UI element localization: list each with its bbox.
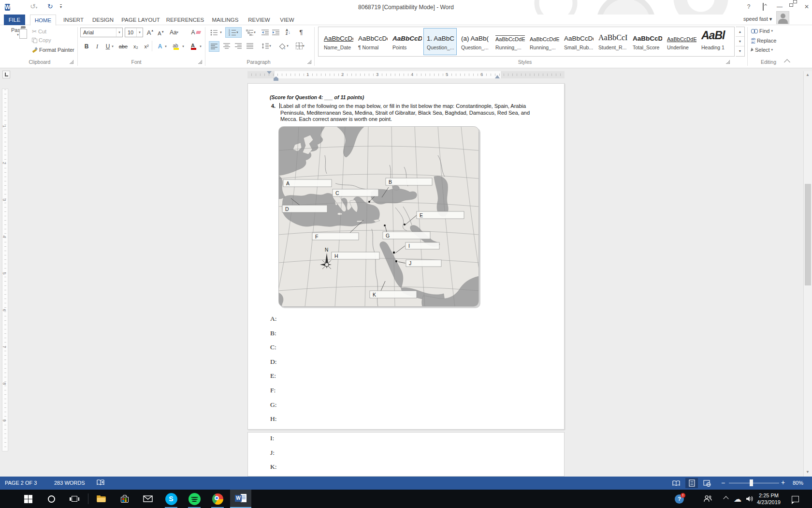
clear-formatting-button[interactable]: A — [189, 28, 202, 37]
zoom-in-button[interactable]: + — [781, 478, 785, 486]
style-item[interactable]: AaBbCcDdSmall_Rub... — [561, 28, 594, 55]
style-item[interactable]: AaBbCcDdPoints — [389, 28, 422, 55]
numbering-button[interactable]: 123 ▾ — [225, 27, 242, 38]
find-button[interactable]: Find▾ — [751, 28, 773, 34]
superscript-button[interactable]: x² — [141, 42, 152, 51]
tab-insert[interactable]: INSERT — [60, 15, 87, 25]
justify-button[interactable] — [245, 41, 255, 51]
style-item[interactable]: (a) AaBb(Question_... — [458, 28, 491, 55]
bold-button[interactable]: B — [81, 42, 92, 51]
tab-view[interactable]: VIEW — [276, 15, 299, 25]
first-line-indent-marker[interactable] — [267, 71, 272, 74]
scrollbar-thumb[interactable] — [805, 184, 811, 285]
font-family-combobox[interactable]: Arial▾ — [80, 28, 123, 37]
tray-help-alert[interactable]: ?! — [675, 490, 684, 508]
page-3[interactable]: I: J: K: — [247, 432, 565, 477]
answer-line-g[interactable]: G: — [270, 401, 277, 409]
tab-stop-selector[interactable] — [2, 71, 10, 78]
sort-button[interactable]: AZ ↓ — [282, 27, 294, 37]
page-indicator[interactable]: PAGE 2 OF 3 — [5, 480, 37, 486]
answer-line-a[interactable]: A: — [270, 315, 277, 323]
clipboard-dialog-launcher[interactable] — [70, 60, 73, 64]
answer-line-h[interactable]: H: — [270, 415, 277, 423]
web-layout-button[interactable] — [701, 478, 713, 488]
subscript-button[interactable]: x₂ — [130, 42, 141, 51]
help-button[interactable]: ? — [743, 3, 754, 10]
tab-references[interactable]: REFERENCES — [164, 15, 206, 25]
italic-button[interactable]: I — [92, 42, 102, 51]
style-item[interactable]: AaBbCcDdERunning_... — [492, 28, 525, 55]
question-number[interactable]: 4. — [271, 103, 276, 109]
select-button[interactable]: Select▾ — [751, 47, 773, 53]
paragraph-dialog-launcher[interactable] — [307, 60, 311, 64]
redo-button[interactable]: ↻ — [47, 2, 53, 10]
change-case-button[interactable]: Aa▾ — [167, 28, 181, 37]
style-item[interactable]: AaBbCcDdERunning_... — [526, 28, 560, 55]
account-name[interactable]: speed fast ▾ — [743, 16, 772, 22]
start-button[interactable] — [17, 490, 39, 508]
style-item[interactable]: AaBbCcDc¶ Normal — [355, 28, 388, 55]
borders-button[interactable]: ▾ — [293, 41, 307, 51]
collapse-ribbon-button[interactable] — [784, 59, 790, 65]
answer-line-i[interactable]: I: — [270, 434, 274, 442]
question-text[interactable]: Label all of the following on the map be… — [280, 103, 536, 123]
scroll-up-arrow[interactable]: ▲ — [806, 73, 810, 77]
minimize-button[interactable]: — — [774, 3, 785, 10]
font-color-button[interactable]: A — [188, 42, 198, 51]
vertical-scrollbar[interactable]: ▲ ▼ — [803, 71, 812, 477]
answer-line-k[interactable]: K: — [270, 463, 277, 471]
tab-home[interactable]: HOME — [30, 15, 56, 26]
horizontal-ruler[interactable]: 1 2 3 4 5 6 — [247, 71, 565, 78]
close-button[interactable]: ✕ — [801, 3, 812, 10]
word-taskbar-button[interactable]: W — [230, 490, 251, 508]
proofing-status-icon[interactable] — [97, 479, 104, 487]
styles-scroll-up[interactable]: ▲ — [736, 27, 744, 37]
chrome-button[interactable] — [207, 490, 228, 508]
align-right-button[interactable] — [233, 41, 244, 51]
style-item-selected[interactable]: 1. AaBbCQuestion_... — [423, 28, 457, 55]
action-center-button[interactable] — [792, 490, 799, 508]
align-left-button[interactable] — [209, 41, 219, 52]
style-item[interactable]: AaBbCcIStudent_R... — [595, 28, 628, 55]
font-dialog-launcher[interactable] — [198, 60, 202, 64]
highlight-color-button[interactable]: ab — [170, 42, 181, 51]
right-indent-marker[interactable] — [495, 75, 500, 78]
decrease-indent-button[interactable] — [260, 28, 271, 37]
shrink-font-button[interactable]: A▼ — [156, 29, 166, 38]
avatar[interactable] — [776, 11, 789, 24]
zoom-out-button[interactable]: − — [721, 479, 725, 487]
styles-more-button[interactable]: ▼ — [736, 46, 744, 56]
spotify-button[interactable] — [184, 490, 205, 508]
tray-clock[interactable]: 2:25 PM4/23/2019 — [757, 490, 781, 508]
tab-file[interactable]: FILE — [4, 15, 25, 25]
word-logo-icon[interactable]: W — [5, 3, 10, 12]
style-item[interactable]: AaBbCcDcName_Date — [320, 28, 354, 55]
strikethrough-button[interactable]: abe — [117, 42, 130, 51]
tray-show-hidden-icons[interactable] — [724, 490, 728, 508]
zoom-percentage[interactable]: 80% — [793, 480, 803, 486]
tab-page-layout[interactable]: PAGE LAYOUT — [119, 15, 162, 25]
word-count[interactable]: 283 WORDS — [54, 480, 85, 486]
scroll-down-arrow[interactable]: ▼ — [806, 470, 810, 474]
mail-button[interactable] — [137, 490, 159, 508]
text-effects-dropdown[interactable]: ▾ — [163, 42, 168, 51]
answer-line-b[interactable]: B: — [270, 329, 276, 337]
grow-font-button[interactable]: A▲ — [145, 28, 156, 37]
styles-scroll-down[interactable]: ▼ — [736, 37, 744, 46]
styles-dialog-launcher[interactable] — [726, 60, 730, 64]
answer-line-j[interactable]: J: — [270, 449, 275, 457]
undo-button[interactable]: ↺▾ — [30, 2, 37, 10]
qat-customize-button[interactable]: ▾ — [60, 4, 62, 9]
style-item[interactable]: AaBlHeading 1 — [698, 28, 731, 55]
align-center-button[interactable] — [221, 41, 232, 51]
tab-design[interactable]: DESIGN — [89, 15, 117, 25]
zoom-slider-thumb[interactable] — [750, 479, 753, 486]
bullets-button[interactable] — [209, 28, 219, 37]
underline-dropdown[interactable]: ▾ — [110, 42, 115, 51]
paste-button[interactable]: Paste▾ — [7, 27, 29, 58]
highlight-dropdown[interactable]: ▾ — [181, 42, 186, 51]
tab-mailings[interactable]: MAILINGS — [208, 15, 243, 25]
tray-people[interactable] — [704, 490, 712, 508]
answer-line-d[interactable]: D: — [270, 358, 277, 366]
left-indent-marker[interactable] — [274, 76, 278, 81]
